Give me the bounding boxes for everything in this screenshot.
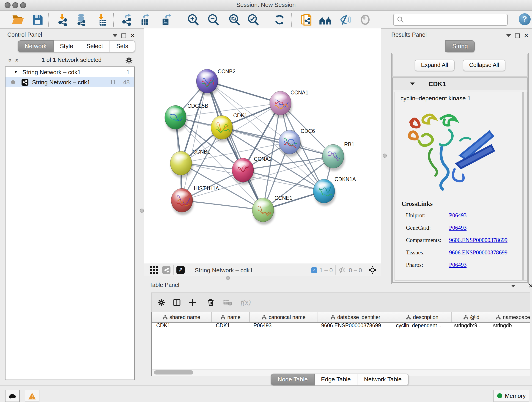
detach-view-icon[interactable]: ↗ (177, 266, 185, 274)
tab-sets[interactable]: Sets (110, 40, 135, 52)
zoom-in-icon[interactable] (186, 12, 200, 27)
collapse-gene-icon[interactable] (410, 83, 415, 85)
crosslink-value-link[interactable]: 9606.ENSP00000378699 (449, 237, 507, 244)
crosslink-value-link[interactable]: P06493 (449, 225, 467, 231)
collapse-all-icon[interactable]: » (9, 56, 12, 64)
search-input[interactable] (406, 16, 507, 23)
zoom-out-icon[interactable] (206, 12, 220, 27)
add-column-icon[interactable] (188, 298, 196, 307)
export-table-icon[interactable] (138, 12, 152, 27)
tab-edge-table[interactable]: Edge Table (315, 374, 358, 385)
edge-HIST1H1A-CCNE1[interactable] (182, 200, 263, 210)
node-CDK1[interactable]: CDK1 (211, 113, 247, 142)
column-header-name[interactable]: name (212, 312, 250, 322)
tree-expander-icon[interactable]: ▼ (14, 70, 18, 74)
import-network-icon[interactable] (56, 12, 70, 27)
float-panel-icon[interactable] (121, 33, 126, 38)
copy-network-icon[interactable] (299, 12, 313, 27)
save-session-icon[interactable] (30, 12, 45, 27)
crosslink-value-link[interactable]: 9606.ENSP00000378699 (449, 249, 507, 256)
import-table-icon[interactable] (94, 12, 109, 27)
export-image-icon[interactable] (159, 12, 174, 27)
collapse-all-button[interactable]: Collapse All (463, 59, 506, 71)
node-CCNB1[interactable]: CCNB1 (170, 149, 210, 178)
table-cell[interactable]: cyclin–dependent ... (391, 323, 450, 331)
left-splitter-handle[interactable] (140, 209, 144, 213)
table-cell[interactable]: stringdb (488, 323, 532, 331)
float-panel-icon[interactable] (515, 33, 520, 38)
birdseye-crosshair-icon[interactable] (368, 265, 377, 274)
table-cell[interactable]: 9606.ENSP00000378699 (317, 323, 391, 331)
panel-menu-icon[interactable] (511, 285, 515, 287)
zoom-selected-icon[interactable] (246, 12, 260, 27)
help-button[interactable]: ? (519, 13, 531, 25)
refresh-layout-icon[interactable] (272, 12, 287, 27)
show-graphics-details-icon[interactable] (358, 12, 373, 27)
tab-string[interactable]: String (445, 40, 475, 52)
crosslink-value-link[interactable]: P06493 (449, 212, 467, 219)
close-panel-icon[interactable]: ✕ (130, 33, 135, 38)
node-CCNA2[interactable]: CCNA2 (232, 156, 272, 185)
node-HIST1H1A[interactable]: HIST1H1A (171, 185, 219, 215)
expand-all-button[interactable]: Expand All (415, 59, 455, 71)
column-header-shared-name[interactable]: shared name (152, 312, 212, 322)
share-view-icon[interactable] (162, 266, 171, 274)
table-cell[interactable]: CDK1 (211, 323, 249, 331)
search-field[interactable] (393, 14, 508, 26)
open-file-icon[interactable] (11, 12, 25, 27)
close-panel-icon[interactable]: ✕ (524, 33, 529, 38)
delete-column-trash-icon[interactable] (207, 298, 215, 307)
tab-network[interactable]: Network (18, 40, 53, 52)
network-row-selected[interactable]: String Network – cdk1 11 48 (6, 77, 134, 87)
crosslink-value-link[interactable]: P06493 (449, 262, 467, 269)
tab-node-table[interactable]: Node Table (271, 374, 315, 385)
table-cell[interactable]: P06493 (249, 323, 317, 331)
string-network-graph[interactable]: CCNB2CCNA1CDC25BCDK1CDC6RB1CCNB1CCNA2CDK… (144, 28, 381, 264)
node-CDC6[interactable]: CDC6 (279, 128, 315, 157)
table-cell[interactable]: CDK1 (152, 323, 211, 331)
selected-checkbox-icon[interactable]: ✓ (311, 267, 317, 273)
zoom-fit-icon[interactable] (227, 12, 241, 27)
expand-all-icon[interactable]: » (15, 56, 18, 64)
import-database-icon[interactable] (74, 12, 89, 27)
table-options-gear-icon[interactable] (157, 298, 165, 307)
edge-CCNB2-HIST1H1A[interactable] (182, 81, 207, 200)
column-header-canonical-name[interactable]: canonical name (250, 312, 318, 322)
export-network-icon[interactable] (120, 12, 134, 27)
right-splitter-handle[interactable] (383, 153, 387, 158)
results-vertical-scrollbar[interactable] (523, 92, 527, 281)
function-builder-icon: f(x) (241, 298, 251, 307)
float-panel-icon[interactable] (520, 284, 524, 288)
column-header-namespace[interactable]: namespace (491, 312, 532, 322)
panel-menu-icon[interactable] (506, 34, 511, 37)
column-header-@id[interactable]: @id (452, 312, 491, 322)
column-header-database-identifier[interactable]: database identifier (318, 312, 393, 322)
network-overview-icon[interactable] (318, 12, 333, 27)
panel-menu-icon[interactable] (113, 34, 117, 37)
gene-header-row[interactable]: CDK1 (393, 78, 527, 90)
tab-style[interactable]: Style (53, 40, 80, 52)
warnings-button[interactable] (25, 390, 39, 402)
node-CDC25B[interactable]: CDC25B (165, 103, 208, 132)
network-options-gear-icon[interactable] (125, 56, 133, 64)
node-CCNE1[interactable]: CCNE1 (252, 195, 292, 225)
node-CDKN1A[interactable]: CDKN1A (313, 176, 356, 206)
node-RB1[interactable]: RB1 (322, 141, 355, 171)
table-cell[interactable]: stringdb:9... (450, 323, 488, 331)
cloud-status-button[interactable] (5, 390, 20, 402)
network-collection-row[interactable]: ▼ String Network – cdk1 1 (6, 67, 134, 77)
scrollbar-thumb[interactable] (154, 370, 193, 375)
memory-button[interactable]: Memory (494, 390, 529, 402)
column-header-description[interactable]: description (393, 312, 452, 322)
close-panel-icon[interactable]: ✕ (528, 284, 532, 288)
horizontal-splitter-handle[interactable] (226, 276, 230, 280)
table-row[interactable]: CDK1CDK1P064939606.ENSP00000378699cyclin… (152, 323, 530, 331)
hide-graphics-details-icon[interactable] (338, 12, 353, 27)
node-CCNA1[interactable]: CCNA1 (270, 89, 308, 118)
show-columns-icon[interactable] (173, 298, 181, 307)
node-CCNB2[interactable]: CCNB2 (196, 69, 235, 96)
tab-select[interactable]: Select (80, 40, 110, 52)
network-canvas[interactable]: CCNB2CCNA1CDC25BCDK1CDC6RB1CCNB1CCNA2CDK… (144, 28, 381, 264)
tab-network-table[interactable]: Network Table (358, 374, 409, 385)
grid-view-icon[interactable] (150, 266, 158, 274)
